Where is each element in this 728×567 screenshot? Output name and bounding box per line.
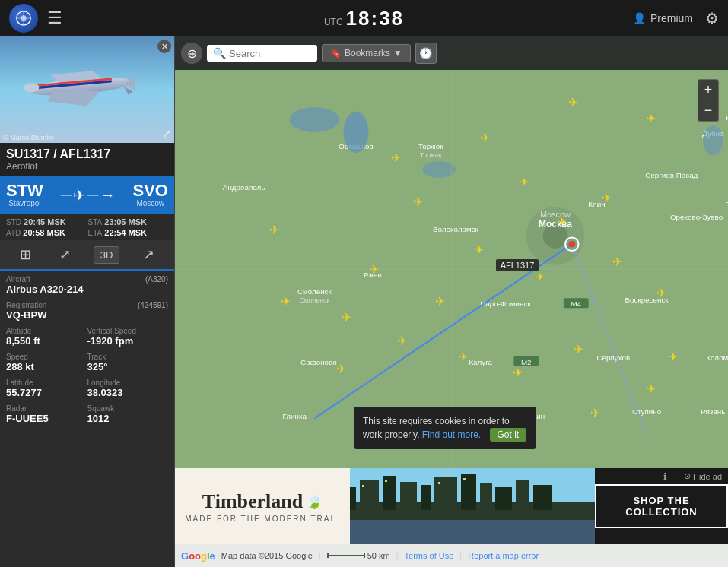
zoom-in-button[interactable]: + [698,79,719,100]
aircraft-name: Airbus A320-214 [6,284,87,295]
reg-code-item: (424591) [87,301,169,321]
map-plane-11[interactable]: ✈ [435,293,445,308]
zoom-controls: + − [698,79,719,122]
ad-banner: ℹ ⊙ Hide ad Timberland 🍃 MADE FOR THE MO… [175,468,728,544]
map-plane-10[interactable]: ✈ [474,242,484,256]
aircraft-type: (A320) [87,275,169,284]
map-plane-8[interactable]: ✈ [612,254,622,268]
svg-rect-78 [327,553,329,558]
flight-map-label[interactable]: AFL1317 [496,259,539,271]
history-button[interactable]: 🕐 [415,43,437,64]
map-plane-2[interactable]: ✈ [480,131,490,145]
svg-rect-74 [385,480,387,482]
dest-city: Moscow [136,199,164,207]
map-plane-5[interactable]: ✈ [519,174,529,188]
map-plane-6[interactable]: ✈ [557,214,567,229]
aircraft-sky-background [0,36,174,143]
main-layout: ✕ © Marco Blumhe ⤢ SU1317 / AFL1317 Aero… [0,36,728,567]
map-plane-22[interactable]: ✈ [336,362,346,376]
terms-of-use-link[interactable]: Terms of Use [405,551,454,560]
map-plane-3[interactable]: ✈ [391,150,401,165]
filter-button[interactable]: ⊞ [15,243,36,266]
ad-info-icon[interactable]: ℹ [663,471,667,482]
origin-airport[interactable]: STW Stavropol [6,182,43,207]
shop-the-collection-button[interactable]: SHOP THE COLLECTION [595,484,728,528]
map-toolbar: ⊕ 🔍 🔖 Bookmarks ▼ 🕐 [175,36,728,70]
3d-button[interactable]: 3D [94,246,120,264]
report-map-error-link[interactable]: Report a map error [468,551,539,560]
share-button[interactable]: ↗ [138,243,159,266]
map-plane-20[interactable]: ✈ [646,382,656,396]
squawk-item: Squawk 1012 [87,404,169,424]
radar-value: F-UUEE5 [6,413,87,424]
zoom-out-button[interactable]: − [698,100,719,122]
svg-rect-68 [480,483,492,510]
map-plane-13[interactable]: ✈ [342,309,351,324]
city-skyline-image [350,468,595,544]
atd-value: 20:58 MSK [23,228,65,237]
map-plane-19[interactable]: ✈ [668,350,678,364]
expand-button[interactable]: ⤢ [55,243,75,266]
map-plane-16[interactable]: ✈ [513,366,523,380]
time-bar: STD 20:45 MSK STA 23:05 MSK ATD 20:58 MS… [0,214,174,240]
brand-name: Timberland [202,490,303,513]
settings-button[interactable]: ⚙ [705,9,719,27]
sta-item: STA 23:05 MSK [88,217,169,226]
svg-rect-61 [350,487,356,510]
vspeed-item: Vertical Speed -1920 fpm [87,327,169,347]
hide-ad-button[interactable]: ⊙ Hide ad [684,471,722,481]
hamburger-menu[interactable]: ☰ [47,8,62,28]
speed-value: 288 kt [6,361,87,372]
eta-label: ETA [88,229,103,237]
map-area[interactable]: ⊕ 🔍 🔖 Bookmarks ▼ 🕐 [175,36,728,567]
svg-rect-76 [463,478,466,480]
map-plane-0[interactable]: ✈ [568,94,578,109]
svg-rect-70 [516,480,529,510]
vspeed-label: Vertical Speed [87,327,169,335]
alt-label: Altitude [6,327,87,335]
got-it-button[interactable]: Got it [490,428,527,442]
lon-item: Longitude 38.0323 [87,379,169,398]
aircraft-type-item: (A320) [87,275,169,295]
map-plane-7[interactable]: ✈ [602,190,612,204]
lat-value: 55.7277 [6,387,87,398]
google-logo: Google [181,550,215,562]
expand-image-button[interactable]: ⤢ [162,128,171,140]
app-logo[interactable] [9,4,38,33]
map-plane-18[interactable]: ✈ [656,286,666,300]
map-plane-14[interactable]: ✈ [397,334,407,348]
svg-rect-73 [362,485,364,487]
route-bar: STW Stavropol ─✈─→ SVO Moscow [0,176,174,214]
aircraft-item: Aircraft Airbus A320-214 [6,275,87,295]
hide-ad-label: Hide ad [693,472,722,481]
map-plane-17[interactable]: ✈ [574,341,583,356]
bookmarks-label: Bookmarks [345,48,390,59]
close-aircraft-image[interactable]: ✕ [157,40,171,53]
search-box[interactable]: 🔍 [207,45,317,62]
premium-label: Premium [650,12,693,24]
map-plane-4[interactable]: ✈ [413,194,423,208]
speed-item: Speed 288 kt [6,353,87,372]
map-plane-12[interactable]: ✈ [369,262,379,277]
origin-iata: STW [6,182,43,199]
flight-label-text: AFL1317 [501,261,535,270]
squawk-value: 1012 [87,413,169,424]
premium-button[interactable]: 👤 Premium [633,12,693,24]
dest-airport[interactable]: SVO Moscow [133,182,168,207]
bookmarks-button[interactable]: 🔖 Bookmarks ▼ [322,44,411,62]
radar-label: Radar [6,404,87,413]
map-layer-button[interactable]: ⊕ [181,43,202,64]
vspeed-value: -1920 fpm [87,335,169,347]
map-plane-23[interactable]: ✈ [281,293,291,308]
map-plane-1[interactable]: ✈ [646,110,656,125]
radar-row: Radar F-UUEE5 Squawk 1012 [6,404,168,424]
search-input[interactable] [229,48,311,59]
map-plane-15[interactable]: ✈ [458,350,468,364]
ad-image-section[interactable] [350,468,595,544]
map-plane-9[interactable]: ✈ [535,270,545,284]
map-plane-21[interactable]: ✈ [590,405,600,420]
ad-brand-section[interactable]: Timberland 🍃 MADE FOR THE MODERN TRAIL [175,468,350,544]
utc-label: UTC [324,17,343,27]
map-plane-24[interactable]: ✈ [269,222,279,236]
find-out-more-link[interactable]: Find out more. [422,429,481,440]
